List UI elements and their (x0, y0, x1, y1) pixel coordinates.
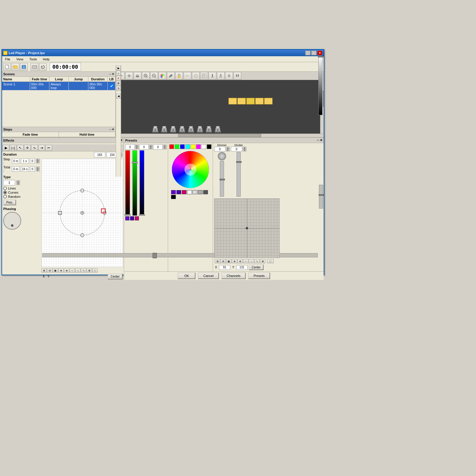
step-spin-dn[interactable]: ▼ (36, 161, 40, 163)
total-extra-input[interactable]: 0 (30, 166, 35, 172)
sequence-button[interactable] (31, 63, 38, 71)
eff-v-handle[interactable] (319, 194, 324, 196)
swatch-blue[interactable] (180, 144, 185, 149)
dimmer-knob[interactable] (218, 152, 226, 160)
type-spin-dn[interactable]: ▼ (16, 183, 20, 185)
bot-swatch-8[interactable] (171, 195, 176, 199)
xy-icon-1[interactable]: ⊞ (215, 259, 220, 263)
blue-bar[interactable] (140, 150, 144, 216)
yellow-fixture-2[interactable] (237, 98, 246, 104)
play-scenes-btn[interactable]: ▶ (116, 66, 121, 71)
xy-icon-4[interactable]: ⊕ (232, 259, 237, 263)
xy-y-value[interactable]: 131 (236, 265, 248, 270)
canvas-dash-btn[interactable] (184, 72, 191, 80)
eff-move-btn[interactable]: ⇥ (38, 145, 45, 151)
bot-swatch-1[interactable] (171, 190, 176, 194)
effect-circle-canvas[interactable] (41, 159, 123, 267)
total-spin-up[interactable]: ▲ (36, 167, 40, 169)
swatch-black[interactable] (207, 144, 212, 149)
scenes-minimize-btn[interactable]: ─ (109, 73, 111, 76)
graph-icon-4[interactable]: ⊕ (58, 268, 64, 273)
swatch-dpurple[interactable] (130, 216, 134, 220)
mh-fixture-1[interactable] (151, 125, 159, 134)
swatch-purple[interactable] (125, 216, 129, 220)
dim-dn[interactable]: ▼ (226, 149, 230, 151)
xy-icon-5[interactable]: ⊗ (237, 259, 243, 263)
swatch-magenta[interactable] (196, 144, 201, 149)
graph-icon-3[interactable]: ▦ (53, 268, 58, 273)
xy-icon-7[interactable]: ↕ (249, 259, 254, 263)
ci3-dn[interactable]: ▼ (163, 147, 167, 149)
eff-cursor-btn[interactable]: ↖ (17, 145, 24, 151)
prec-button[interactable]: Prec. (3, 200, 16, 205)
eff-del-btn[interactable]: ✂ (46, 145, 52, 151)
graph-icon-2[interactable]: ⊟ (47, 268, 52, 273)
brightness-handle[interactable] (318, 56, 323, 57)
canvas-pan-btn[interactable] (125, 72, 133, 80)
new-button[interactable] (3, 63, 11, 71)
collapse-btn[interactable]: ◀ (116, 94, 121, 98)
color-input-3[interactable]: 0 (153, 144, 163, 150)
eff-h-handle[interactable] (153, 253, 157, 258)
ci1-up[interactable]: ▲ (135, 145, 139, 147)
ok-button[interactable]: OK (178, 273, 195, 279)
canvas-tools-btn[interactable] (167, 72, 175, 80)
ci1-dn[interactable]: ▼ (135, 147, 139, 149)
menu-view[interactable]: View (15, 57, 25, 62)
color-input-1[interactable]: 0 (125, 144, 135, 150)
step-extra-input[interactable]: 0 (30, 158, 35, 164)
open-button[interactable] (12, 63, 19, 71)
total-spin-dn[interactable]: ▼ (36, 169, 40, 171)
canvas-zoom-in-btn[interactable] (142, 72, 150, 80)
eff-step-btn[interactable]: ▷| (10, 145, 16, 151)
copy-scene-btn[interactable]: ⎘ (116, 86, 121, 91)
scenes-close-btn[interactable]: ✕ (112, 73, 114, 76)
bot-swatch-5[interactable] (192, 190, 197, 194)
canvas-fixture-btn[interactable] (134, 72, 141, 80)
bot-swatch-7[interactable] (203, 190, 208, 194)
mh-fixture-6[interactable] (196, 125, 204, 134)
swatch-white[interactable] (201, 144, 206, 149)
eff-v-slider[interactable] (319, 185, 323, 209)
phasing-circle[interactable] (3, 212, 21, 230)
step-m-input[interactable]: 0 m (12, 158, 20, 164)
close-button[interactable]: ✕ (317, 51, 322, 55)
mh-fixture-8[interactable] (214, 125, 222, 134)
shut-up[interactable]: ▲ (243, 147, 246, 149)
mh-fixture-3[interactable] (169, 125, 177, 134)
del-scene-btn[interactable]: ✕ (116, 76, 121, 81)
swatch-red[interactable] (169, 144, 174, 149)
mh-fixture-2[interactable] (160, 125, 168, 134)
minimize-button[interactable]: ─ (305, 51, 311, 55)
dimmer-track[interactable] (220, 161, 224, 197)
radio-lines[interactable] (3, 187, 7, 190)
green-bar[interactable] (132, 150, 137, 216)
canvas-group-btn[interactable] (234, 72, 241, 80)
step-s-input[interactable]: 1 s (21, 158, 29, 164)
xy-icon-3[interactable]: ▦ (226, 259, 231, 263)
red-bar[interactable] (125, 150, 130, 216)
yellow-fixture-4[interactable] (255, 98, 264, 104)
dimmer-value[interactable]: 0 (214, 147, 226, 151)
swatch-green[interactable] (175, 144, 179, 149)
yellow-fixture-1[interactable] (228, 98, 237, 104)
phasing-dot[interactable] (11, 224, 13, 227)
maximize-button[interactable]: □ (311, 51, 317, 55)
canvas-color-btn[interactable] (159, 72, 166, 80)
presets-minimize-btn[interactable]: ─ (317, 138, 319, 142)
canvas-h-thumb[interactable] (178, 134, 262, 137)
xy-x-value[interactable]: 91 (219, 265, 230, 270)
radio-curves[interactable] (3, 191, 7, 194)
add-scene-btn[interactable]: + (116, 71, 121, 76)
blue-handle[interactable] (139, 214, 145, 216)
xy-icon-8[interactable]: ⤡ (254, 259, 260, 263)
canvas-zoom-out-btn[interactable] (150, 72, 158, 80)
brightness-bar[interactable] (318, 56, 322, 115)
canvas-h-scrollbar[interactable] (116, 134, 324, 137)
red-handle[interactable] (125, 214, 131, 216)
mh-fixture-5[interactable] (187, 125, 195, 134)
graph-icon-9[interactable]: ⊞ (87, 268, 92, 273)
bot-swatch-2[interactable] (176, 190, 181, 194)
ci3-up[interactable]: ▲ (163, 145, 167, 147)
color-wheel[interactable] (171, 150, 210, 189)
